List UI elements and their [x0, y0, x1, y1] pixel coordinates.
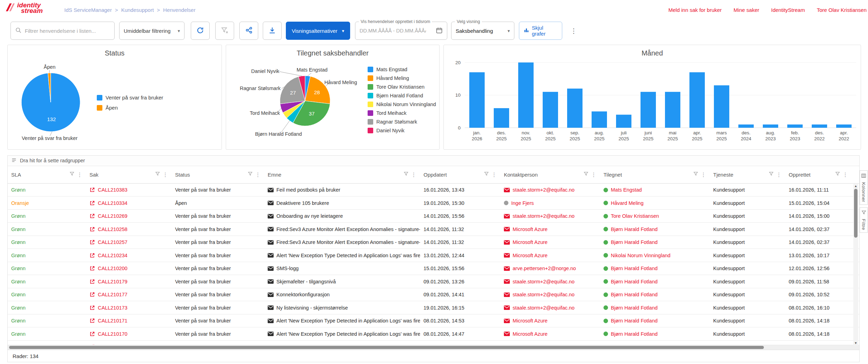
view-options-button[interactable]: Visningsalternativer ▾	[286, 22, 350, 40]
group-drop-area[interactable]: Dra hit for å sette radgrupper	[8, 156, 859, 166]
table-row[interactable]: GrønnCALL210257Venter på svar fra bruker…	[8, 236, 859, 249]
assignee-link[interactable]: Bjørn Harald Fotland	[611, 331, 658, 337]
legend-item-bj-rn-harald-fotland[interactable]: Bjørn Harald Fotland	[368, 93, 436, 98]
instant-filter-dropdown[interactable]: Umiddelbar filtrering ▾	[119, 22, 185, 40]
search-box[interactable]	[10, 22, 115, 40]
contact-link[interactable]: Microsoft Azure	[513, 239, 548, 245]
refresh-button[interactable]	[191, 22, 210, 40]
bar-aug-2025[interactable]	[592, 111, 607, 128]
calendar-icon[interactable]	[436, 27, 443, 35]
column-header-tilegnet[interactable]: Tilegnet⋮	[600, 166, 710, 183]
bar-apr-2022[interactable]	[836, 125, 852, 128]
logo[interactable]: identity stream	[5, 2, 43, 14]
date-range-input[interactable]	[360, 28, 426, 34]
bar-des-2024[interactable]	[738, 125, 754, 128]
assignee-link[interactable]: Nikolai Norum Vinningland	[611, 253, 671, 258]
column-header-sak[interactable]: Sak⋮	[86, 166, 172, 183]
identitystream-link[interactable]: IdentityStream	[771, 7, 805, 13]
legend-item-mats-engstad[interactable]: Mats Engstad	[368, 67, 436, 72]
breadcrumb-kundesupport[interactable]: Kundesupport	[121, 7, 154, 13]
assignee-link[interactable]: Bjørn Harald Fotland	[611, 239, 658, 245]
contact-link[interactable]: Microsoft Azure	[513, 253, 548, 258]
legend-item-daniel-nyvik[interactable]: Daniel Nyvik	[368, 128, 436, 133]
column-header-kontaktperson[interactable]: Kontaktperson⋮	[500, 166, 600, 183]
columns-panel-tab[interactable]: Kolonner	[860, 170, 868, 205]
column-header-tjeneste[interactable]: Tjeneste⋮	[710, 166, 785, 183]
vertical-scrollbar[interactable]: ▲ ▼	[853, 184, 858, 345]
table-row[interactable]	[8, 341, 859, 345]
filter-funnel-icon[interactable]	[693, 171, 698, 178]
column-header-opprettet[interactable]: Opprettet⋮	[785, 166, 852, 183]
assignee-link[interactable]: Bjørn Harald Fotland	[611, 305, 658, 311]
case-link[interactable]: CALL210257	[98, 239, 128, 245]
bar-jan-2026[interactable]	[469, 72, 485, 128]
case-link[interactable]: CALL210171	[98, 318, 128, 324]
case-link[interactable]: CALL210258	[98, 226, 128, 232]
filters-panel-tab[interactable]: Filtre	[860, 207, 868, 233]
column-header-oppdatert[interactable]: Oppdatert⋮	[420, 166, 500, 183]
table-row[interactable]: GrønnCALL210177Venter på svar fra bruker…	[8, 288, 859, 302]
column-menu-kebab[interactable]: ⋮	[776, 171, 782, 178]
horizontal-scrollbar[interactable]	[8, 345, 859, 350]
vertical-scrollbar-thumb[interactable]	[854, 189, 858, 238]
column-menu-kebab[interactable]: ⋮	[842, 171, 848, 178]
table-row[interactable]: GrønnCALL210170Venter på svar fra bruker…	[8, 327, 859, 341]
my-cases-link[interactable]: Mine saker	[733, 7, 759, 13]
column-header-status[interactable]: Status⋮	[172, 166, 264, 183]
legend-item-tore-olav-kristiansen[interactable]: Tore Olav Kristiansen	[368, 84, 436, 90]
case-link[interactable]: CALL210173	[98, 305, 128, 311]
horizontal-scrollbar-thumb[interactable]	[9, 346, 764, 349]
filter-funnel-icon[interactable]	[70, 171, 74, 178]
case-link[interactable]: CALL210383	[98, 187, 128, 193]
case-link[interactable]: CALL210177	[98, 292, 128, 297]
contact-link[interactable]: Microsoft Azure	[513, 331, 548, 337]
column-menu-kebab[interactable]: ⋮	[411, 171, 417, 178]
contact-link[interactable]: staale.storm+2@equifac.no	[513, 213, 574, 219]
assignee-link[interactable]: Bjørn Harald Fotland	[611, 292, 658, 297]
assignee-link[interactable]: Håvard Meling	[611, 200, 644, 206]
column-header-sla[interactable]: SLA⋮	[8, 166, 86, 183]
breadcrumb-servicemanager[interactable]: IdS ServiceManager	[64, 7, 112, 13]
scroll-up-arrow[interactable]: ▲	[853, 184, 858, 188]
case-link[interactable]: CALL210179	[98, 279, 128, 284]
assignee-link[interactable]: Bjørn Harald Fotland	[611, 279, 658, 284]
filter-funnel-icon[interactable]	[155, 171, 160, 178]
contact-link[interactable]: staale.storm+2@equifac.no	[513, 305, 574, 311]
hide-charts-button[interactable]: Skjul grafer	[519, 22, 562, 40]
clear-filter-button[interactable]	[215, 22, 234, 40]
bar-apr-2025[interactable]	[689, 72, 705, 128]
assignee-link[interactable]: Tore Olav Kristiansen	[611, 213, 659, 219]
filter-funnel-icon[interactable]	[835, 171, 840, 178]
share-button[interactable]	[239, 22, 258, 40]
bar-feb-2023[interactable]	[787, 125, 803, 128]
column-menu-kebab[interactable]: ⋮	[491, 171, 497, 178]
table-row[interactable]: GrønnCALL210200Venter på svar fra bruker…	[8, 262, 859, 275]
filter-funnel-icon[interactable]	[248, 171, 253, 178]
contact-link[interactable]: Inge Fjers	[511, 200, 534, 206]
table-row[interactable]: GrønnCALL210269Venter på svar fra bruker…	[8, 210, 859, 223]
table-row[interactable]: GrønnCALL210234Venter på svar fra bruker…	[8, 249, 859, 262]
bar-mai-2025[interactable]	[665, 92, 680, 128]
bar-sep-2025[interactable]	[567, 89, 583, 128]
filter-funnel-icon[interactable]	[769, 171, 774, 178]
table-row[interactable]: GrønnCALL210173Venter på svar fra bruker…	[8, 301, 859, 314]
legend-item-ragnar-st-lsmark[interactable]: Ragnar Stølsmark	[368, 119, 436, 125]
table-row[interactable]: GrønnCALL210171Venter på svar fra bruker…	[8, 314, 859, 328]
column-menu-kebab[interactable]: ⋮	[77, 171, 82, 178]
case-link[interactable]: CALL210269	[98, 213, 128, 219]
assignee-link[interactable]: Mats Engstad	[611, 187, 642, 193]
contact-link[interactable]: staale.storm+2@equifac.no	[513, 292, 574, 297]
table-row[interactable]: GrønnCALL210258Venter på svar fra bruker…	[8, 223, 859, 236]
filter-funnel-icon[interactable]	[584, 171, 588, 178]
search-input[interactable]	[25, 28, 110, 34]
table-row[interactable]: GrønnCALL210383Venter på svar fra bruker…	[8, 184, 859, 197]
bar-juni-2025[interactable]	[641, 92, 656, 128]
date-range-field[interactable]: Vis henvendelser opprettet i tidsrom	[355, 22, 447, 40]
bar-okt-2025[interactable]	[543, 92, 558, 128]
scroll-down-arrow[interactable]: ▼	[853, 341, 858, 345]
bar-juli-2025[interactable]	[616, 115, 631, 128]
contact-link[interactable]: Microsoft Azure	[513, 226, 548, 232]
column-menu-kebab[interactable]: ⋮	[701, 171, 706, 178]
column-menu-kebab[interactable]: ⋮	[162, 171, 168, 178]
contact-link[interactable]: staale.storm+2@equifac.no	[513, 187, 574, 193]
